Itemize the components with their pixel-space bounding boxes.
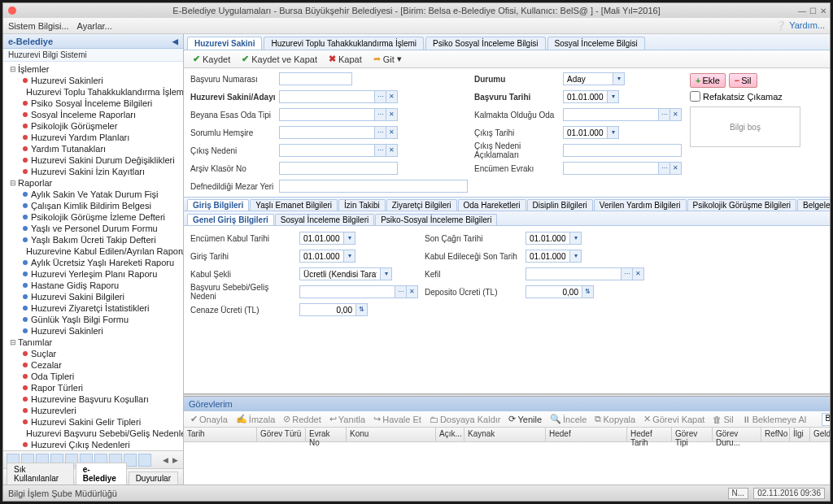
lookup-icon[interactable]: ⋯ [395,285,407,298]
input-hemsire[interactable] [279,126,375,139]
date-cikis[interactable] [563,126,608,139]
tree-item[interactable]: Aylık Sakin Ve Yatak Durum Fişi [3,189,183,200]
spinner-icon[interactable]: ⇅ [582,285,594,298]
inner-tab[interactable]: İzin Takibi [338,199,386,211]
tb-kopyala[interactable]: ⧉ Kopyala [591,413,639,425]
tree-item[interactable]: Yaşlı ve Personel Durum Formu [3,223,183,234]
col-kaynak[interactable]: Kaynak [464,428,546,441]
settings-button[interactable]: Ayarlar... [77,21,112,31]
tree-item[interactable]: Huzurevi Sakinleri [3,325,183,337]
tree-item[interactable]: Huzurevi Yerleşim Planı Raporu [3,268,183,280]
doc-tab[interactable]: Psiko Sosyal İnceleme Bilgisi [425,37,546,50]
lookup-icon[interactable]: ⋯ [659,108,670,121]
lookup-icon[interactable]: ⋯ [375,144,386,157]
spinner-icon[interactable]: ⇅ [356,303,368,316]
col-refno[interactable]: RefNo [761,428,790,441]
input-cenaze[interactable] [299,303,356,316]
tb-gorevi-kapat[interactable]: ✕ Görevi Kapat [640,413,708,425]
sysinfo-button[interactable]: Sistem Bilgisi... [8,21,69,31]
tree-group-islemler[interactable]: ⊟İşlemler [3,63,183,75]
tree-item[interactable]: Çalışan Kimlik Bildirim Belgesi [3,200,183,211]
clear-icon[interactable]: ✕ [407,285,418,298]
col-konu[interactable]: Konu [347,428,436,441]
tree-item[interactable]: Huzurevi Sakinleri [3,75,183,86]
tree-item[interactable]: Huzurevi Yardım Planları [3,132,183,143]
inner-tab[interactable]: Ziyaretçi Bilgileri [386,199,457,211]
tb-havale[interactable]: ↪ Havale Et [370,413,425,425]
tree-item[interactable]: Huzurevi Toplu Tahakkuklandırma İşlemi [3,86,183,98]
tree-item[interactable]: Rapor Türleri [3,382,183,393]
tree-item[interactable]: Huzurevi Sakini İzin Kayıtları [3,166,183,177]
tb-yenile[interactable]: ⟳ Yenile [505,413,545,425]
tree-item[interactable]: Psikolojik Görüşme İzleme Defteri [3,211,183,223]
doc-tab[interactable]: Huzurevi Sakini [187,37,262,50]
collapse-nav-icon[interactable]: ◀ [172,37,178,46]
scroll-left-icon[interactable]: ◀ [161,456,170,464]
date-giris[interactable] [299,250,344,263]
input-basvuru-sebep[interactable] [299,285,395,298]
col-geldigi-yer[interactable]: Geldiği Yer [810,428,830,441]
tree-item[interactable]: Yaşlı Bakım Ücreti Takip Defteri [3,234,183,245]
dropdown-icon[interactable]: ▾ [381,267,392,280]
tree-item[interactable]: Huzurevi Çıkış Nedenleri [3,439,183,450]
inner-tab[interactable]: Verilen Yardım Bilgileri [594,199,687,211]
tree-item[interactable]: Huzurevine Başvuru Koşulları [3,393,183,405]
ekle-button[interactable]: +Ekle [690,73,726,88]
col-hedef-tarih[interactable]: Hedef Tarih [627,428,672,441]
lookup-icon[interactable]: ⋯ [375,126,386,139]
dropdown-icon[interactable]: ▾ [608,90,619,103]
close-icon[interactable]: ✕ [820,7,826,15]
input-cikis-neden[interactable] [279,144,375,157]
quick-icon[interactable] [138,454,151,467]
tree-item[interactable]: Suçlar [3,348,183,359]
tb-yanitla[interactable]: ↩ Yanıtla [326,413,369,425]
tree-item[interactable]: Cezalar [3,359,183,371]
col-acik[interactable]: Açık... [436,428,464,441]
tree-item[interactable]: Huzurevi Sakini Durum Değişiklikleri [3,154,183,166]
clear-icon[interactable]: ✕ [670,162,682,175]
tb-dosya[interactable]: 🗀 Dosyaya Kaldır [426,414,504,425]
clear-icon[interactable]: ✕ [386,144,398,157]
tree-item[interactable]: Yardım Tutanakları [3,143,183,154]
save-button[interactable]: ✔Kaydet [189,53,234,65]
inner-tab[interactable]: Oda Hareketleri [458,199,526,211]
input-oda-tipi[interactable] [279,108,375,121]
combo-durumu[interactable] [563,72,613,85]
status-n-button[interactable]: N... [728,488,749,499]
tree-item[interactable]: Sosyal İnceleme Raporları [3,109,183,120]
btab-announcements[interactable]: Duyurular [129,471,178,484]
scroll-right-icon[interactable]: ▶ [171,456,180,464]
input-cikis-acik[interactable] [563,144,682,157]
inner-tab[interactable]: Yaşlı Emanet Bilgileri [250,199,338,211]
col-evrak-no[interactable]: Evrak No [306,428,347,441]
dropdown-icon[interactable]: ▾ [344,250,355,263]
inner-tab[interactable]: Genel Giriş Bilgileri [187,214,274,225]
tb-sil[interactable]: 🗑 Sil [709,414,736,425]
tree-item[interactable]: Huzurevi Ziyaretçi İstatistikleri [3,302,183,314]
ref-checkbox[interactable]: Refakatsiz Çıkamaz [690,91,800,102]
input-arsiv[interactable] [279,162,398,175]
dropdown-icon[interactable]: ▾ [613,72,625,85]
inner-tab[interactable]: Sosyal İnceleme Bilgileri [275,214,374,225]
dropdown-icon[interactable]: ▾ [608,126,619,139]
col-tarih[interactable]: Tarih [184,428,257,441]
minimize-icon[interactable]: — [798,7,806,15]
lookup-icon[interactable]: ⋯ [621,267,633,280]
col-gorev-tipi[interactable]: Görev Tipi [672,428,713,441]
combo-kabul-sekli[interactable] [299,267,381,280]
input-kefil[interactable] [526,267,621,280]
input-encumen[interactable] [563,162,659,175]
clear-icon[interactable]: ✕ [386,108,398,121]
date-son-cagri[interactable] [526,232,570,245]
tree-item[interactable]: Huzurevleri [3,405,183,416]
tree-item[interactable]: Psikolojik Görüşmeler [3,120,183,132]
tree-item[interactable]: Huzurevi Sakini Bilgileri [3,291,183,302]
col-gorev-duru[interactable]: Görev Duru... [713,428,761,441]
dropdown-icon[interactable]: ▾ [570,232,582,245]
input-sakin-aday[interactable] [279,90,375,103]
clear-icon[interactable]: ✕ [633,267,644,280]
tb-incele[interactable]: 🔍 İncele [547,413,590,425]
dropdown-icon[interactable]: ▾ [344,232,355,245]
close-button[interactable]: ✖Kapat [325,53,366,65]
tree-item[interactable]: Aylık Ücretsiz Yaşlı Hareketi Raporu [3,257,183,268]
